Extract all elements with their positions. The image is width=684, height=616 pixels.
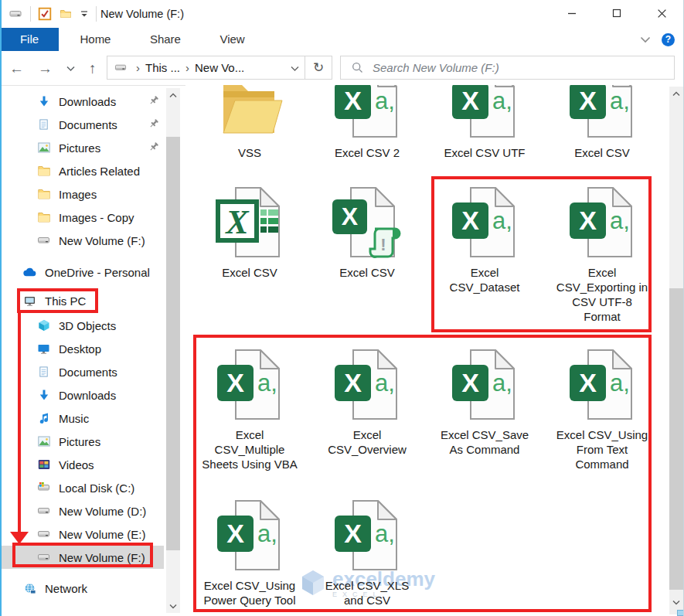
search-input[interactable] bbox=[371, 60, 674, 75]
sidebar-item-new-volume-d[interactable]: New Volume (D:) bbox=[0, 499, 185, 522]
minimize-button[interactable] bbox=[550, 0, 594, 26]
sidebar-item-images-copy[interactable]: Images - Copy bbox=[0, 206, 185, 229]
sidebar-item-new-volume-f[interactable]: New Volume (F:) bbox=[0, 546, 164, 569]
sidebar-item-videos[interactable]: Videos bbox=[0, 453, 185, 476]
sidebar-item-documents[interactable]: Documents bbox=[0, 113, 185, 136]
tab-home[interactable]: Home bbox=[62, 28, 128, 51]
file-label: ExcelCSV_Dataset bbox=[426, 265, 543, 294]
sidebar-item-images[interactable]: Images bbox=[0, 182, 185, 206]
file-tile-excel-csv-overview[interactable]: X a,ExcelCSV_Overview bbox=[308, 348, 426, 457]
file-tile-excel-csv-save-as-command[interactable]: X a,Excel CSV_SaveAs Command bbox=[426, 348, 543, 457]
sidebar-item-network[interactable]: Network bbox=[0, 577, 185, 600]
sidebar-item-downloads[interactable]: Downloads bbox=[0, 383, 185, 407]
refresh-button[interactable]: ↻ bbox=[305, 56, 332, 79]
csv-file-icon: X a, bbox=[543, 185, 661, 259]
svg-text:a,: a, bbox=[610, 87, 630, 114]
sidebar-item-new-volume-e[interactable]: New Volume (E:) bbox=[0, 522, 185, 546]
svg-text:X: X bbox=[579, 368, 597, 397]
file-tile-excel-csv-using-from-text-command[interactable]: X a,Excel CSV_UsingFrom TextCommand bbox=[543, 348, 661, 471]
csv-file-icon: X a, bbox=[543, 348, 661, 421]
breadcrumb-chevron-icon[interactable]: › bbox=[136, 61, 140, 74]
desktop-icon bbox=[37, 342, 50, 356]
file-label: VSS bbox=[191, 145, 308, 160]
tab-view[interactable]: View bbox=[202, 28, 262, 51]
content-scrollbar-thumb[interactable] bbox=[669, 288, 683, 590]
content-scrollbar[interactable] bbox=[669, 87, 683, 614]
file-tile-excel-csv[interactable]: X a,Excel CSV bbox=[543, 85, 661, 160]
scroll-up-icon[interactable] bbox=[669, 87, 683, 100]
sidebar-item-pictures[interactable]: Pictures bbox=[0, 430, 185, 453]
search-box[interactable] bbox=[340, 56, 675, 80]
folder-qat-icon[interactable] bbox=[59, 8, 73, 20]
file-tile-excel-csv-multiple-sheets-using-vba[interactable]: X a,ExcelCSV_MultipleSheets Using VBA bbox=[191, 348, 308, 471]
breadcrumb-this-pc[interactable]: This ... bbox=[145, 61, 180, 74]
checkbox-qat-icon[interactable] bbox=[38, 7, 52, 21]
file-tile-excel-csv[interactable]: X !Excel CSV bbox=[308, 185, 426, 280]
ribbon-expand-chevron-icon[interactable] bbox=[640, 32, 651, 46]
videos-icon bbox=[37, 458, 50, 471]
sidebar-item-label: This PC bbox=[45, 294, 86, 308]
address-dropdown-chevron-icon[interactable] bbox=[284, 61, 305, 75]
sidebar-item-articles-related[interactable]: Articles Related bbox=[0, 159, 185, 182]
sidebar-item-documents[interactable]: Documents bbox=[0, 360, 185, 383]
sidebar-item-local-disk-c[interactable]: Local Disk (C:) bbox=[0, 476, 185, 499]
sidebar-item-3d-objects[interactable]: 3D Objects bbox=[0, 314, 185, 337]
sidebar-item-pictures[interactable]: Pictures bbox=[0, 136, 185, 159]
drive-icon bbox=[37, 551, 50, 564]
svg-text:!: ! bbox=[380, 235, 386, 254]
folder-icon bbox=[191, 85, 308, 139]
sidebar-item-new-volume-f[interactable]: New Volume (F:) bbox=[0, 229, 185, 252]
close-button[interactable] bbox=[639, 0, 684, 26]
sidebar-scrollbar-thumb[interactable] bbox=[166, 137, 180, 550]
breadcrumb-new-volume[interactable]: New Vo... bbox=[195, 61, 244, 74]
back-button[interactable]: ← bbox=[9, 61, 24, 76]
svg-text:X: X bbox=[579, 86, 597, 115]
csv-file-icon: X a, bbox=[308, 85, 426, 139]
file-tile-excel-csv[interactable]: X Excel CSV bbox=[191, 185, 308, 280]
quick-access-toolbar bbox=[8, 0, 97, 28]
file-tile-excel-csv-2[interactable]: X a,Excel CSV 2 bbox=[308, 85, 426, 160]
maximize-button[interactable] bbox=[594, 0, 639, 26]
file-tile-excel-csv-exporting-in-csv-utf-8-format[interactable]: X a,ExcelCSV_Exporting inCSV UTF-8Format bbox=[543, 185, 661, 324]
window-border bbox=[0, 0, 2, 616]
window-title: New Volume (F:) bbox=[100, 0, 184, 28]
navigation-toolbar: ← → ↑ › This ... › New Vo... ↻ bbox=[0, 51, 684, 86]
drive-icon bbox=[37, 528, 50, 541]
sidebar-item-desktop[interactable]: Desktop bbox=[0, 337, 185, 360]
help-button[interactable]: ? bbox=[662, 33, 675, 46]
pin-icon bbox=[148, 118, 159, 131]
file-label: Excel CSV bbox=[543, 145, 661, 160]
sidebar-item-label: Videos bbox=[59, 458, 94, 471]
csv-file-icon: X a, bbox=[191, 348, 308, 421]
file-tile-excel-csv-utf[interactable]: X a,Excel CSV UTF bbox=[426, 85, 543, 160]
sidebar-item-label: Network bbox=[45, 582, 87, 595]
scroll-down-icon[interactable] bbox=[669, 595, 683, 609]
scroll-up-icon[interactable] bbox=[166, 88, 180, 102]
cube-icon bbox=[37, 319, 50, 332]
up-button[interactable]: ↑ bbox=[89, 61, 97, 76]
pc-icon bbox=[23, 294, 36, 308]
tab-file[interactable]: File bbox=[0, 28, 59, 51]
file-list-area: exceldemy EXCEL VSS X a,Excel CSV 2 X a,… bbox=[185, 85, 684, 616]
address-bar[interactable]: › This ... › New Vo... ↻ bbox=[107, 56, 332, 80]
drive-win-icon bbox=[37, 482, 50, 495]
file-tile-excel-csv-using-power-query-tool[interactable]: X a,Excel CSV_UsingPower Query Tool bbox=[191, 499, 308, 607]
sidebar-scrollbar[interactable] bbox=[166, 88, 180, 613]
svg-text:X: X bbox=[461, 368, 479, 397]
qat-customize-dropdown-icon[interactable] bbox=[80, 9, 89, 19]
sidebar-item-music[interactable]: Music bbox=[0, 407, 185, 430]
file-tile-excel-csv-xls-and-csv[interactable]: X a,Excel CSV_XLSand CSV bbox=[308, 499, 426, 607]
forward-button[interactable]: → bbox=[38, 61, 53, 76]
scroll-down-icon[interactable] bbox=[166, 599, 180, 613]
file-tile-excel-csv-dataset[interactable]: X a,ExcelCSV_Dataset bbox=[426, 185, 543, 294]
sidebar-item-this-pc[interactable]: This PC bbox=[0, 289, 185, 312]
breadcrumb-chevron-icon[interactable]: › bbox=[185, 61, 189, 74]
sidebar-item-onedrive-personal[interactable]: OneDrive - Personal bbox=[0, 260, 185, 284]
file-tile-vss[interactable]: VSS bbox=[191, 85, 308, 160]
arrow-down-icon bbox=[37, 389, 50, 402]
tab-share[interactable]: Share bbox=[132, 28, 199, 51]
file-label: Excel CSV 2 bbox=[308, 145, 426, 160]
recent-locations-chevron-icon[interactable] bbox=[66, 61, 75, 75]
pin-icon bbox=[148, 95, 159, 108]
sidebar-item-downloads[interactable]: Downloads bbox=[0, 90, 185, 113]
